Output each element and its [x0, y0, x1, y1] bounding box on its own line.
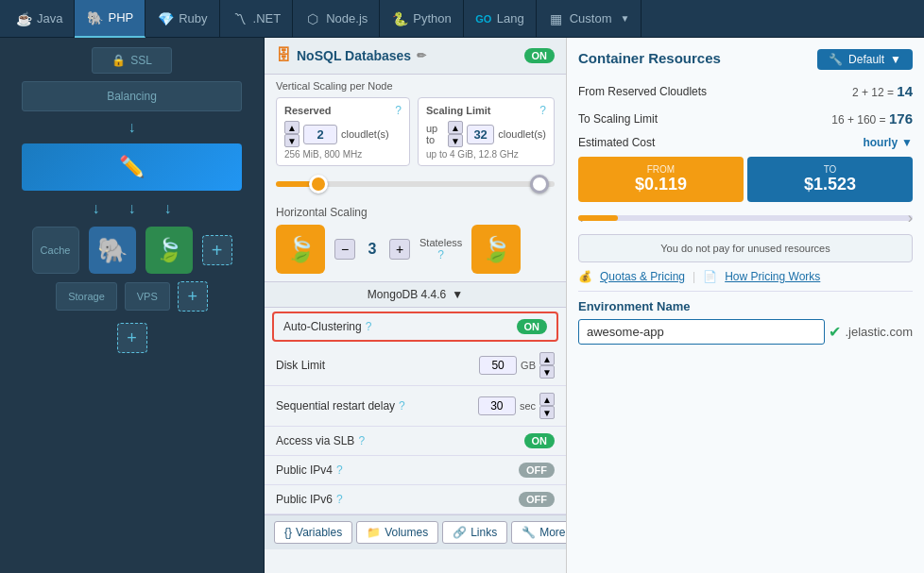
php-node-bar[interactable]: ✏️ [22, 143, 242, 191]
disk-increment[interactable]: ▲ [539, 352, 555, 365]
reserved-calc: 2 + 12 = [852, 86, 894, 99]
ipv4-help-icon[interactable]: ? [336, 463, 343, 477]
slb-toggle[interactable]: ON [524, 433, 556, 448]
slider-thumb-reserved[interactable] [309, 175, 328, 194]
tab-ruby-label: Ruby [179, 11, 207, 25]
env-check-icon: ✔ [829, 323, 841, 341]
postgres-node[interactable]: 🐘 [89, 227, 136, 274]
quotas-pricing-link[interactable]: Quotas & Pricing [600, 270, 685, 283]
ipv4-toggle[interactable]: OFF [519, 463, 555, 478]
balancing-button[interactable]: Balancing [22, 81, 242, 111]
restart-delay-input[interactable] [478, 396, 516, 415]
auto-clustering-label: Auto-Clustering [283, 320, 362, 333]
mongo-node[interactable]: 🍃 [145, 227, 193, 274]
ipv6-toggle[interactable]: OFF [519, 492, 555, 507]
scaling-slider-container[interactable] [265, 170, 566, 198]
tab-python[interactable]: 🐍 Python [380, 0, 463, 38]
price-boxes: FROM $0.119 TO $1.523 [578, 157, 913, 202]
tab-java[interactable]: ☕ Java [4, 0, 75, 38]
tab-net[interactable]: 〽 .NET [220, 0, 294, 38]
tab-python-label: Python [413, 11, 451, 25]
nosql-toggle[interactable]: ON [524, 48, 556, 63]
from-label: FROM [590, 164, 732, 175]
lock-icon: 🔒 [111, 54, 126, 67]
node-count-value: 3 [361, 241, 384, 258]
node-count-increment[interactable]: + [389, 239, 410, 260]
cost-slider-container[interactable]: ‹ › [578, 211, 913, 225]
node-count-decrement[interactable]: − [334, 239, 355, 260]
nosql-header: 🗄 NoSQL Databases ✏ ON [265, 38, 566, 75]
ipv6-label: Public IPv6 [276, 493, 333, 506]
scaling-value[interactable]: 32 [467, 125, 494, 144]
coin-icon: 💰 [578, 270, 592, 283]
reserved-decrement[interactable]: ▼ [284, 134, 299, 147]
tab-php-label: PHP [108, 10, 133, 25]
horizontal-controls: 🍃 − 3 + Stateless ? 🍃 [276, 225, 555, 274]
restart-decrement[interactable]: ▼ [539, 406, 555, 419]
mongo-leaf-icon: 🍃 [155, 237, 183, 263]
tab-golang-label: Lang [497, 11, 524, 25]
unused-notice: You do not pay for unused resources [578, 234, 913, 262]
env-name-input[interactable] [578, 319, 825, 345]
add-bottom-button[interactable]: + [117, 323, 147, 353]
nosql-icon: 🗄 [276, 47, 291, 64]
volumes-button[interactable]: 📁 Volumes [356, 521, 438, 544]
links-button[interactable]: 🔗 Links [442, 521, 507, 544]
disk-limit-input[interactable] [479, 356, 517, 375]
cost-period-value: hourly [863, 136, 898, 149]
variables-button[interactable]: {} Variables [274, 521, 352, 544]
disk-limit-row: Disk Limit GB ▲ ▼ [265, 345, 566, 386]
restart-increment[interactable]: ▲ [539, 393, 555, 406]
bottom-toolbar: {} Variables 📁 Volumes 🔗 Links 🔧 More [265, 514, 566, 549]
right-panel: Container Resources 🔧 Default ▼ From Res… [567, 38, 924, 573]
slider-thumb-limit[interactable] [530, 175, 549, 194]
chevron-down-icon: ▼ [620, 13, 629, 24]
add-node-button[interactable]: + [202, 235, 232, 265]
auto-clustering-toggle[interactable]: ON [517, 319, 548, 334]
restart-delay-unit: sec [520, 400, 536, 412]
scaling-increment[interactable]: ▲ [448, 121, 463, 134]
edit-icon[interactable]: ✏ [417, 49, 426, 62]
scaling-total: 176 [889, 110, 913, 126]
slb-help-icon[interactable]: ? [358, 434, 365, 447]
how-pricing-works-link[interactable]: How Pricing Works [725, 270, 820, 283]
auto-clustering-help-icon[interactable]: ? [366, 320, 372, 333]
tab-custom[interactable]: ▦ Custom ▼ [537, 0, 642, 38]
restart-delay-help-icon[interactable]: ? [399, 399, 405, 413]
add-storage-button[interactable]: + [178, 281, 208, 312]
stateless-help-icon[interactable]: ? [437, 248, 444, 261]
reserved-increment[interactable]: ▲ [284, 121, 299, 134]
default-dropdown[interactable]: 🔧 Default ▼ [817, 49, 913, 70]
env-name-label: Environment Name [578, 299, 913, 313]
mongodb-version-selector[interactable]: MongoDB 4.4.6 ▼ [265, 281, 566, 308]
php-icon: 🐘 [86, 9, 103, 26]
pricing-links: 💰 Quotas & Pricing | 📄 How Pricing Works [578, 270, 913, 283]
reserved-cloudlets-row: From Reserved Cloudlets 2 + 12 = 14 [578, 81, 913, 101]
scaling-decrement[interactable]: ▼ [448, 134, 463, 147]
ipv6-help-icon[interactable]: ? [336, 493, 343, 506]
cost-period-dropdown[interactable]: hourly ▼ [863, 136, 913, 149]
tab-ruby[interactable]: 💎 Ruby [145, 0, 219, 38]
vertical-scaling-label: Vertical Scaling per Node [265, 75, 566, 93]
disk-decrement[interactable]: ▼ [539, 365, 555, 379]
reserved-sub: 256 MiB, 800 MHz [284, 149, 402, 160]
cache-node[interactable]: Cache [32, 227, 79, 274]
reserved-help-icon[interactable]: ? [395, 104, 402, 117]
variables-icon: {} [284, 526, 292, 539]
custom-icon: ▦ [548, 10, 565, 27]
tab-php[interactable]: 🐘 PHP [75, 0, 145, 38]
scaling-limit-help-icon[interactable]: ? [539, 104, 546, 117]
tab-nodejs[interactable]: ⬡ Node.js [293, 0, 380, 38]
to-label: TO [759, 164, 901, 175]
vps-button[interactable]: VPS [125, 282, 170, 311]
more-button[interactable]: 🔧 More [511, 521, 567, 544]
chevron-down-icon-cost: ▼ [901, 136, 913, 149]
scaling-prefix: up to [426, 123, 444, 145]
arrow-down-1: ↓ [93, 200, 100, 217]
more-label: More [539, 526, 565, 539]
ssl-button[interactable]: 🔒 SSL [92, 47, 172, 74]
storage-button[interactable]: Storage [56, 282, 117, 311]
wrench-icon: 🔧 [522, 526, 536, 539]
reserved-value[interactable]: 2 [303, 125, 337, 144]
tab-golang[interactable]: GO Lang [464, 0, 537, 38]
